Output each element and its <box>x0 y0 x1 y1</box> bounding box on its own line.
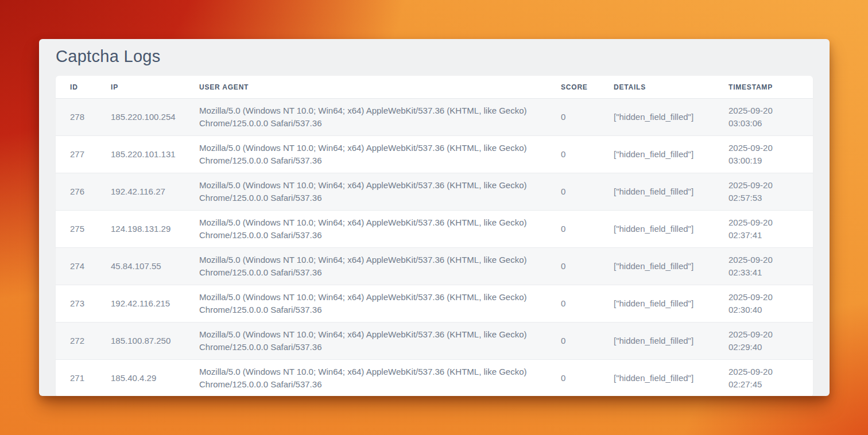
column-header-details: DETAILS <box>607 76 722 99</box>
table-row: 271185.40.4.29Mozilla/5.0 (Windows NT 10… <box>56 360 813 397</box>
cell-timestamp: 2025-09-20 02:30:40 <box>722 285 813 323</box>
cell-ip: 185.40.4.29 <box>104 360 192 397</box>
cell-score: 0 <box>554 136 607 173</box>
cell-user_agent: Mozilla/5.0 (Windows NT 10.0; Win64; x64… <box>192 323 554 360</box>
app-background: { "page": { "title": "Captcha Logs" }, "… <box>0 0 868 435</box>
table-row: 275124.198.131.29Mozilla/5.0 (Windows NT… <box>56 211 813 248</box>
logs-table-container: IDIPUSER AGENTSCOREDETAILSTIMESTAMP 2781… <box>56 76 813 396</box>
cell-user_agent: Mozilla/5.0 (Windows NT 10.0; Win64; x64… <box>192 136 554 173</box>
cell-details: ["hidden_field_filled"] <box>607 248 722 285</box>
cell-score: 0 <box>554 173 607 211</box>
cell-timestamp: 2025-09-20 02:33:41 <box>722 248 813 285</box>
cell-user_agent: Mozilla/5.0 (Windows NT 10.0; Win64; x64… <box>192 360 554 397</box>
cell-score: 0 <box>554 211 607 248</box>
cell-score: 0 <box>554 285 607 323</box>
cell-details: ["hidden_field_filled"] <box>607 99 722 136</box>
column-header-score: SCORE <box>554 76 607 99</box>
cell-user_agent: Mozilla/5.0 (Windows NT 10.0; Win64; x64… <box>192 99 554 136</box>
cell-id: 275 <box>56 211 104 248</box>
table-row: 27445.84.107.55Mozilla/5.0 (Windows NT 1… <box>56 248 813 285</box>
cell-details: ["hidden_field_filled"] <box>607 360 722 397</box>
cell-id: 271 <box>56 360 104 397</box>
cell-details: ["hidden_field_filled"] <box>607 211 722 248</box>
cell-timestamp: 2025-09-20 02:27:45 <box>722 360 813 397</box>
cell-ip: 45.84.107.55 <box>104 248 192 285</box>
cell-user_agent: Mozilla/5.0 (Windows NT 10.0; Win64; x64… <box>192 173 554 211</box>
cell-score: 0 <box>554 99 607 136</box>
cell-ip: 192.42.116.27 <box>104 173 192 211</box>
cell-ip: 185.100.87.250 <box>104 323 192 360</box>
cell-score: 0 <box>554 360 607 397</box>
table-row: 272185.100.87.250Mozilla/5.0 (Windows NT… <box>56 323 813 360</box>
cell-timestamp: 2025-09-20 03:03:06 <box>722 99 813 136</box>
table-header-row: IDIPUSER AGENTSCOREDETAILSTIMESTAMP <box>56 76 813 99</box>
column-header-user_agent: USER AGENT <box>192 76 554 99</box>
cell-id: 273 <box>56 285 104 323</box>
cell-details: ["hidden_field_filled"] <box>607 173 722 211</box>
column-header-ip: IP <box>104 76 192 99</box>
table-row: 278185.220.100.254Mozilla/5.0 (Windows N… <box>56 99 813 136</box>
cell-id: 272 <box>56 323 104 360</box>
table-body: 278185.220.100.254Mozilla/5.0 (Windows N… <box>56 99 813 397</box>
cell-score: 0 <box>554 323 607 360</box>
column-header-id: ID <box>56 76 104 99</box>
table-row: 277185.220.101.131Mozilla/5.0 (Windows N… <box>56 136 813 173</box>
page-title: Captcha Logs <box>56 47 813 66</box>
table-row: 276192.42.116.27Mozilla/5.0 (Windows NT … <box>56 173 813 211</box>
cell-id: 278 <box>56 99 104 136</box>
table-row: 273192.42.116.215Mozilla/5.0 (Windows NT… <box>56 285 813 323</box>
cell-id: 277 <box>56 136 104 173</box>
cell-details: ["hidden_field_filled"] <box>607 136 722 173</box>
cell-user_agent: Mozilla/5.0 (Windows NT 10.0; Win64; x64… <box>192 211 554 248</box>
cell-ip: 124.198.131.29 <box>104 211 192 248</box>
cell-id: 276 <box>56 173 104 211</box>
cell-timestamp: 2025-09-20 02:29:40 <box>722 323 813 360</box>
cell-ip: 192.42.116.215 <box>104 285 192 323</box>
captcha-logs-table: IDIPUSER AGENTSCOREDETAILSTIMESTAMP 2781… <box>56 76 813 396</box>
cell-timestamp: 2025-09-20 02:57:53 <box>722 173 813 211</box>
captcha-logs-card: Captcha Logs IDIPUSER AGENTSCOREDETAILST… <box>39 39 830 396</box>
cell-details: ["hidden_field_filled"] <box>607 323 722 360</box>
column-header-timestamp: TIMESTAMP <box>722 76 813 99</box>
cell-timestamp: 2025-09-20 02:37:41 <box>722 211 813 248</box>
cell-details: ["hidden_field_filled"] <box>607 285 722 323</box>
cell-id: 274 <box>56 248 104 285</box>
cell-ip: 185.220.100.254 <box>104 99 192 136</box>
cell-user_agent: Mozilla/5.0 (Windows NT 10.0; Win64; x64… <box>192 285 554 323</box>
cell-timestamp: 2025-09-20 03:00:19 <box>722 136 813 173</box>
cell-score: 0 <box>554 248 607 285</box>
cell-ip: 185.220.101.131 <box>104 136 192 173</box>
cell-user_agent: Mozilla/5.0 (Windows NT 10.0; Win64; x64… <box>192 248 554 285</box>
